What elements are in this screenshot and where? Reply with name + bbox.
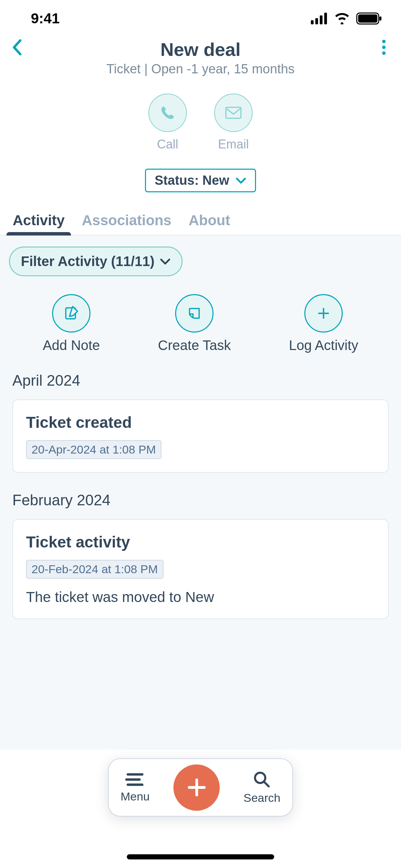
quick-actions: Call Email [0, 83, 401, 162]
menu-button[interactable]: Menu [121, 772, 150, 803]
create-task-label: Create Task [158, 338, 231, 353]
plus-icon [316, 306, 331, 321]
search-label: Search [244, 791, 281, 805]
status-bar: 9:41 [0, 0, 401, 34]
menu-icon [125, 772, 145, 787]
card-ticket-activity[interactable]: Ticket activity 20-Feb-2024 at 1:08 PM T… [12, 519, 389, 619]
fab-add-button[interactable] [173, 764, 220, 811]
note-icon [64, 306, 79, 321]
svg-rect-1 [315, 18, 318, 24]
wifi-icon [334, 13, 350, 24]
chevron-down-icon [235, 177, 246, 184]
month-april: April 2024 [0, 367, 401, 394]
card-ticket-created[interactable]: Ticket created 20-Apr-2024 at 1:08 PM [12, 399, 389, 473]
svg-point-7 [382, 40, 386, 43]
card-date: 20-Feb-2024 at 1:08 PM [26, 560, 163, 579]
home-indicator[interactable] [127, 854, 274, 859]
call-button[interactable]: Call [148, 94, 187, 152]
chevron-down-icon [160, 258, 171, 265]
svg-point-8 [382, 46, 386, 49]
svg-rect-10 [226, 107, 241, 118]
svg-rect-5 [358, 14, 377, 23]
more-vertical-icon [382, 40, 386, 55]
status-time: 9:41 [31, 10, 60, 27]
email-button[interactable]: Email [214, 94, 253, 152]
tab-about[interactable]: About [189, 206, 230, 235]
status-dropdown-container: Status: New [0, 169, 401, 192]
call-label: Call [157, 137, 178, 152]
bottom-nav: Menu Search [108, 758, 293, 817]
tabs: Activity Associations About [0, 206, 401, 236]
log-activity-button[interactable]: Log Activity [289, 294, 358, 353]
header: New deal Ticket | Open -1 year, 15 month… [0, 34, 401, 83]
tab-activity[interactable]: Activity [13, 206, 65, 235]
filter-bar: Filter Activity (11/11) [0, 236, 401, 287]
filter-activity-button[interactable]: Filter Activity (11/11) [9, 246, 183, 276]
filter-label: Filter Activity (11/11) [21, 254, 155, 269]
task-icon [187, 306, 202, 321]
svg-rect-6 [379, 16, 381, 21]
email-icon [225, 107, 242, 119]
back-button[interactable] [10, 37, 24, 58]
action-row: Add Note Create Task Log Activity [0, 287, 401, 367]
status-dropdown[interactable]: Status: New [145, 169, 256, 192]
more-button[interactable] [377, 37, 391, 58]
month-february: February 2024 [0, 486, 401, 514]
search-button[interactable]: Search [244, 771, 281, 805]
phone-icon [160, 105, 175, 120]
add-note-label: Add Note [43, 338, 100, 353]
svg-rect-3 [324, 13, 327, 24]
status-icons [311, 12, 382, 25]
page-title: New deal [24, 39, 377, 60]
card-title: Ticket activity [26, 533, 375, 551]
plus-icon [186, 776, 208, 798]
svg-rect-0 [311, 20, 314, 24]
signal-icon [311, 13, 328, 24]
card-body: The ticket was moved to New [26, 589, 375, 605]
card-date: 20-Apr-2024 at 1:08 PM [26, 440, 161, 459]
svg-point-9 [382, 51, 386, 55]
battery-icon [356, 12, 382, 25]
email-label: Email [218, 137, 249, 152]
search-icon [253, 771, 271, 788]
tab-associations[interactable]: Associations [82, 206, 171, 235]
menu-label: Menu [121, 790, 150, 803]
header-center: New deal Ticket | Open -1 year, 15 month… [24, 37, 377, 76]
page-subtitle: Ticket | Open -1 year, 15 months [24, 62, 377, 76]
add-note-button[interactable]: Add Note [43, 294, 100, 353]
create-task-button[interactable]: Create Task [158, 294, 231, 353]
content-area: Filter Activity (11/11) Add Note Create … [0, 236, 401, 750]
chevron-left-icon [12, 39, 23, 56]
log-activity-label: Log Activity [289, 338, 358, 353]
svg-rect-2 [320, 15, 323, 24]
status-label: Status: New [155, 173, 229, 188]
card-title: Ticket created [26, 413, 375, 432]
